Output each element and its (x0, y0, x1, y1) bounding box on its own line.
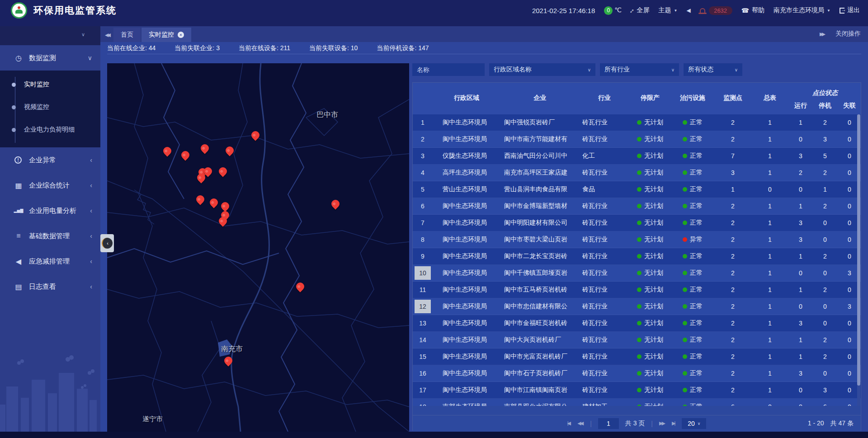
table-row-10[interactable]: 10阆中生态环境局阆中千佛镇五郎垭页岩砖瓦行业无计划正常21003 (413, 265, 861, 282)
map-pin-icon (330, 198, 341, 209)
map-pin-icon (294, 281, 306, 292)
cell-points: 2 (714, 386, 751, 394)
sidebar-item-4[interactable]: ≡基础数据管理‹ (0, 223, 100, 249)
name-filter-input[interactable] (412, 63, 485, 76)
table-row-5[interactable]: 5营山生态环境局营山县润丰肉食品有限食品无计划正常10010 (413, 181, 861, 198)
cell-company: 阆中市金福旺页岩机砖 (500, 319, 580, 327)
sidebar-item-0[interactable]: ◷数据监测∨ (0, 45, 100, 71)
footer-strip (0, 432, 868, 438)
cell-facility-status: 正常 (671, 336, 714, 344)
table-row-12[interactable]: 12阆中生态环境局阆中市忠信建材有限公砖瓦行业无计划正常21003 (413, 298, 861, 315)
cell-facility-status: 异常 (671, 235, 714, 244)
page-size-select[interactable]: 20 ∨ (682, 418, 706, 429)
col-limit: 停限产 (629, 83, 671, 113)
table-row-7[interactable]: 7阆中生态环境局阆中明阳建材有限公司砖瓦行业无计划正常21300 (413, 215, 861, 231)
cell-company: 阆中市枣碧大梁山页岩 (500, 235, 580, 244)
cell-stop: 5 (813, 152, 837, 160)
table-row-8[interactable]: 8阆中生态环境局阆中市枣碧大梁山页岩砖瓦行业无计划异常21300 (413, 231, 861, 248)
table-row-14[interactable]: 14阆中生态环境局阆中大兴页岩机砖厂砖瓦行业无计划正常21120 (413, 332, 861, 349)
tab-home[interactable]: 首页 (113, 28, 141, 42)
map-marker-9[interactable] (196, 195, 205, 207)
last-page-button[interactable]: ▶| (672, 420, 675, 426)
status-filter-select[interactable]: 所有状态 ∨ (684, 63, 742, 76)
tab-realtime-monitor[interactable]: 实时监控 (142, 28, 191, 42)
sidebar-item-6[interactable]: ▤日志查看‹ (0, 274, 100, 299)
map-marker-4[interactable] (181, 151, 190, 162)
table-row-16[interactable]: 16阆中生态环境局阆中市石子页岩机砖厂砖瓦行业无计划正常21300 (413, 365, 861, 382)
table-row-17[interactable]: 17阆中生态环境局阆中市江南镇阆南页岩砖瓦行业无计划正常21030 (413, 382, 861, 399)
sound-toggle-button[interactable]: ◀ (686, 7, 690, 14)
sidebar-item-1[interactable]: !企业异常‹ (0, 147, 100, 173)
sidebar-item-5[interactable]: ◀应急减排管理‹ (0, 249, 100, 274)
cell-stop: 0 (813, 370, 837, 377)
sidebar-scroll-icon[interactable]: ∨ (81, 32, 85, 38)
logout-button[interactable]: 退出 (840, 6, 860, 14)
sidebar-item-2[interactable]: ▦企业综合统计‹ (0, 173, 100, 198)
sidebar-subitem-企业电力负荷明细[interactable]: 企业电力负荷明细 (0, 118, 100, 141)
map-marker-13[interactable] (218, 217, 227, 228)
sidebar-subitem-视频监控[interactable]: 视频监控 (0, 96, 100, 118)
sidebar-subitem-实时监控[interactable]: 实时监控 (0, 73, 100, 96)
cell-meters: 1 (751, 219, 788, 226)
table-row-6[interactable]: 6阆中生态环境局阆中市金博瑞新型墙材砖瓦行业无计划正常21120 (413, 198, 861, 215)
page-number-input[interactable]: 1 (598, 418, 619, 429)
map-marker-15[interactable] (296, 282, 305, 294)
fullscreen-button[interactable]: ↕ 全屏 (631, 6, 650, 14)
city-label-nanchong: 南充市 (221, 344, 243, 354)
map-marker-8[interactable] (218, 167, 227, 179)
map-collapse-button[interactable]: ‹ (100, 234, 114, 252)
cell-meters: 0 (751, 186, 788, 193)
table-row-9[interactable]: 9阆中生态环境局阆中市二龙长宝页岩砖砖瓦行业无计划正常21120 (413, 248, 861, 265)
green-dot-icon (637, 221, 642, 225)
table-row-1[interactable]: 1阆中生态环境局阆中强锐页岩砖厂砖瓦行业无计划正常21120 (413, 114, 861, 131)
map-marker-14[interactable] (331, 199, 340, 211)
cell-facility-status: 正常 (671, 403, 714, 406)
map-marker-1[interactable] (200, 144, 209, 155)
map-marker-16[interactable] (224, 356, 233, 368)
cell-region: 阆中生态环境局 (433, 336, 500, 344)
table-row-4[interactable]: 4高坪生态环境局南充市高坪区王家店建砖瓦行业无计划正常31220 (413, 165, 861, 181)
map-marker-10[interactable] (209, 198, 218, 210)
megaphone-icon: ◀ (14, 257, 24, 266)
scrollbar-thumb[interactable] (857, 114, 860, 386)
org-dropdown[interactable]: 南充市生态环境局 ▼ (774, 6, 830, 14)
cell-points: 2 (714, 119, 751, 126)
help-button[interactable]: ☎ 帮助 (741, 6, 764, 14)
close-tab-icon[interactable] (178, 32, 184, 38)
region-filter-select[interactable]: 行政区域名称 ∨ (489, 63, 595, 76)
first-page-button[interactable]: |◀ (567, 420, 571, 426)
theme-dropdown[interactable]: 主题 ▼ (658, 6, 677, 14)
city-label-bazhong: 巴中市 (316, 110, 338, 120)
tabs-scroll-left-icon[interactable]: ◀◀ (100, 32, 113, 42)
map-marker-0[interactable] (251, 131, 260, 142)
sidebar-menu: ◷数据监测∨实时监控视频监控企业电力负荷明细!企业异常‹▦企业综合统计‹▂▅▇企… (0, 45, 100, 299)
table-row-13[interactable]: 13阆中生态环境局阆中市金福旺页岩机砖砖瓦行业无计划正常21300 (413, 315, 861, 332)
map-pin-icon (195, 172, 207, 183)
cell-meters: 1 (751, 169, 788, 176)
industry-filter-select[interactable]: 所有行业 ∨ (600, 63, 679, 76)
table-row-11[interactable]: 11阆中生态环境局阆中市五马桥页岩机砖砖瓦行业无计划正常21120 (413, 282, 861, 298)
col-run: 运行 (788, 98, 813, 113)
cell-company: 阆中市南方节能建材有 (500, 135, 580, 143)
map-marker-7[interactable] (197, 173, 206, 185)
sidebar-item-3[interactable]: ▂▅▇企业用电量分析‹ (0, 198, 100, 223)
map-panel[interactable]: 巴中市 南充市 遂宁市 (107, 63, 409, 432)
next-page-button[interactable]: ▶▶ (659, 420, 665, 426)
map-marker-3[interactable] (163, 146, 172, 158)
notification-badge: 2632 (709, 6, 732, 15)
notifications[interactable]: 2632 (700, 6, 732, 15)
table-row-15[interactable]: 15阆中生态环境局阆中市光富页岩机砖厂砖瓦行业无计划正常21120 (413, 349, 861, 365)
map-marker-2[interactable] (225, 146, 234, 158)
city-label-suining: 遂宁市 (142, 415, 163, 424)
stat-item-4: 当前停机设备: 147 (377, 44, 429, 52)
table-row-3[interactable]: 3仪陇生态环境局西南油气田分公司川中化工无计划正常71350 (413, 148, 861, 165)
prev-page-button[interactable]: ◀◀ (577, 420, 584, 426)
cell-region: 仪陇生态环境局 (433, 152, 500, 160)
tabs-scroll-right-icon[interactable]: ▶▶ (820, 31, 824, 37)
green-dot-icon (637, 237, 642, 242)
table-row-2[interactable]: 2阆中生态环境局阆中市南方节能建材有砖瓦行业无计划正常21030 (413, 131, 861, 148)
table-scrollbar[interactable] (857, 114, 860, 406)
close-operations-button[interactable]: 关闭操作 (835, 30, 861, 38)
cell-points: 2 (714, 253, 751, 260)
table-row-18[interactable]: 18南部生态环境局南部县双化水泥有限公建材加工无计划正常60060 (413, 399, 861, 406)
